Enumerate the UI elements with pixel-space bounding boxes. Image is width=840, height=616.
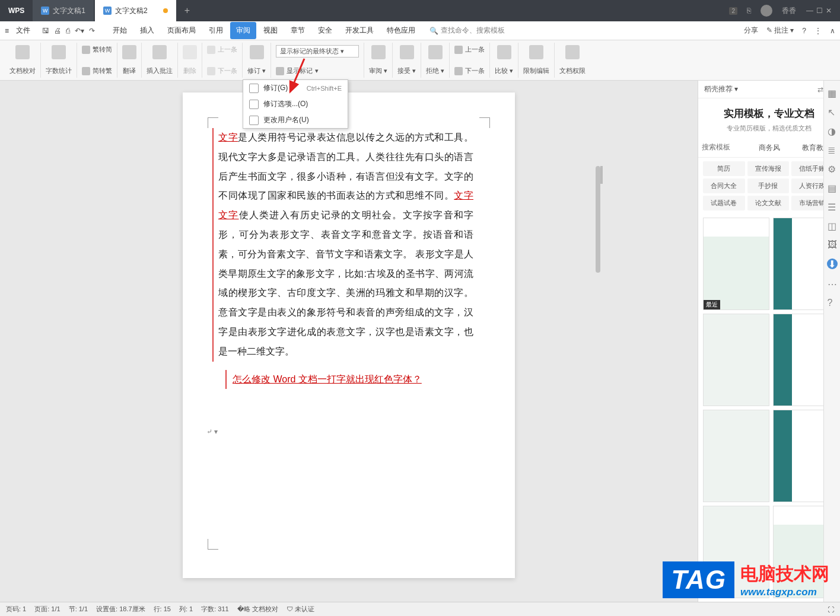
window-close[interactable]: ✕ xyxy=(825,7,833,15)
template-search-input[interactable] xyxy=(698,143,746,151)
track-changes-label[interactable]: 修订 ▾ xyxy=(247,66,266,75)
qat-undo-icon[interactable]: ↶▾ xyxy=(75,27,84,35)
template-tag[interactable]: 宣传海报 xyxy=(747,161,790,176)
template-grid: 最近 xyxy=(698,214,840,602)
window-maximize[interactable]: ☐ xyxy=(815,7,823,15)
prev-comment[interactable]: 上一条 xyxy=(207,45,237,54)
accept-icon[interactable] xyxy=(400,45,414,59)
ribbon-tab-7[interactable]: 安全 xyxy=(312,22,338,39)
side-image-icon[interactable]: 🖼 xyxy=(828,240,837,249)
status-section[interactable]: 节: 1/1 xyxy=(69,605,88,614)
reject-icon[interactable] xyxy=(428,45,443,59)
document-tab-2[interactable]: W 文字文稿2 xyxy=(95,0,176,21)
side-templates-icon[interactable]: ▦ xyxy=(828,88,837,97)
panel-resize-handle[interactable] xyxy=(600,164,603,585)
side-settings-icon[interactable]: ⚙ xyxy=(828,164,837,173)
ribbon-tab-5[interactable]: 视图 xyxy=(257,22,284,39)
side-more-icon[interactable]: ⋯ xyxy=(828,279,837,288)
status-pages[interactable]: 页面: 1/1 xyxy=(34,605,60,614)
show-markup[interactable]: 显示标记 ▾ xyxy=(276,66,319,75)
document-body[interactable]: 文字是人类用符号记录表达信息以传之久远的方式和工具。现代文字大多是记录语言的工具… xyxy=(218,128,473,389)
insert-comment-icon[interactable] xyxy=(152,45,167,59)
comments-button[interactable]: ✎ 批注 ▾ xyxy=(766,25,794,36)
file-menu[interactable]: 文件 xyxy=(11,23,35,38)
ribbon-tab-1[interactable]: 插入 xyxy=(134,22,160,39)
filter-tab-business[interactable]: 商务风 xyxy=(746,139,793,157)
status-line[interactable]: 行: 15 xyxy=(154,605,171,614)
ribbon-tab-0[interactable]: 开始 xyxy=(107,22,133,39)
spellcheck-icon[interactable] xyxy=(15,45,30,59)
delete-comment-icon[interactable] xyxy=(183,45,197,59)
view-mode-icon[interactable]: ⛶ xyxy=(828,606,834,613)
next-comment[interactable]: 下一条 xyxy=(207,66,237,75)
prev-change[interactable]: 上一条 xyxy=(454,45,485,54)
ribbon-tab-9[interactable]: 特色应用 xyxy=(381,22,421,39)
side-select-icon[interactable]: ↖ xyxy=(828,107,837,116)
side-nav-icon[interactable]: ☰ xyxy=(828,202,837,211)
document-viewport[interactable]: 文字是人类用符号记录表达信息以传之久远的方式和工具。现代文字大多是记录语言的工具… xyxy=(0,81,698,602)
next-change[interactable]: 下一条 xyxy=(454,66,485,75)
menu-item-track[interactable]: 修订(G) Ctrl+Shift+E xyxy=(243,80,348,96)
menu-icon[interactable]: ≡ xyxy=(5,27,9,35)
side-help-icon[interactable]: ? xyxy=(828,298,837,307)
qat-redo-icon[interactable]: ↷ xyxy=(89,27,95,35)
track-changes-icon[interactable] xyxy=(250,45,264,59)
ribbon-tab-8[interactable]: 开发工具 xyxy=(339,22,380,39)
template-tag[interactable]: 简历 xyxy=(703,161,745,176)
restrict-edit-icon[interactable] xyxy=(529,45,543,59)
simp-to-trad[interactable]: 简转繁 xyxy=(82,66,112,75)
ribbon-tab-4[interactable]: 审阅 xyxy=(230,22,256,39)
template-tag[interactable]: 合同大全 xyxy=(703,178,745,193)
trad-to-simp[interactable]: 繁转简 xyxy=(82,45,112,54)
template-tag[interactable]: 论文文献 xyxy=(747,196,790,210)
notification-badge[interactable]: 2 xyxy=(729,7,737,15)
markup-view-select[interactable]: 显示标记的最终状态 ▾ xyxy=(276,45,359,58)
status-words[interactable]: 字数: 311 xyxy=(201,605,228,614)
menu-item-username[interactable]: 更改用户名(U) xyxy=(243,112,348,128)
status-bar: 页码: 1 页面: 1/1 节: 1/1 设置值: 18.7厘米 行: 15 列… xyxy=(0,602,840,616)
tab-label: 文字文稿1 xyxy=(53,6,85,16)
status-col[interactable]: 列: 1 xyxy=(179,605,193,614)
ribbon-options-icon[interactable]: ∧ xyxy=(830,27,835,35)
panel-menu-icon[interactable]: ⇄ xyxy=(817,85,823,94)
ribbon-tab-2[interactable]: 页面布局 xyxy=(161,22,202,39)
template-tag[interactable]: 手抄报 xyxy=(747,178,790,193)
qat-preview-icon[interactable]: ⎙ xyxy=(66,27,70,35)
template-thumb[interactable]: 最近 xyxy=(703,218,769,310)
qat-save-icon[interactable]: 🖫 xyxy=(42,27,49,35)
menu-item-options[interactable]: 修订选项...(O) xyxy=(243,96,348,112)
search-icon: 🔍 xyxy=(429,27,438,35)
review-pane-icon[interactable] xyxy=(371,45,386,59)
pin-icon[interactable]: ⎘ xyxy=(747,7,751,15)
wordcount-icon[interactable] xyxy=(52,45,66,59)
user-avatar[interactable] xyxy=(761,5,772,17)
status-position[interactable]: 设置值: 18.7厘米 xyxy=(96,605,145,614)
ribbon-tab-6[interactable]: 章节 xyxy=(285,22,311,39)
add-tab-button[interactable]: + xyxy=(176,5,198,16)
side-download-icon[interactable]: ⬇ xyxy=(827,258,838,269)
compare-icon[interactable] xyxy=(497,45,511,59)
user-name: 香香 xyxy=(782,6,796,16)
template-thumb[interactable] xyxy=(703,410,769,502)
template-thumb[interactable] xyxy=(703,314,769,406)
template-tag[interactable]: 试题试卷 xyxy=(703,196,745,210)
translate-icon[interactable] xyxy=(122,45,136,59)
ribbon-tab-3[interactable]: 引用 xyxy=(203,22,229,39)
side-toolbar: ▦ ↖ ◑ ≣ ⚙ ▤ ☰ ◫ 🖼 ⬇ ⋯ ? xyxy=(823,81,840,602)
window-minimize[interactable]: — xyxy=(806,7,814,15)
ribbon-collapse-icon[interactable]: ⋮ xyxy=(814,27,822,35)
document-tab-1[interactable]: W 文字文稿1 xyxy=(33,0,94,21)
ribbon-tabs: 开始插入页面布局引用审阅视图章节安全开发工具特色应用 xyxy=(107,22,421,39)
search-commands[interactable]: 🔍 查找命令、搜索模板 xyxy=(429,25,505,36)
status-proof[interactable]: �略 文档校对 xyxy=(237,605,278,614)
share-button[interactable]: 分享 xyxy=(744,25,758,36)
side-style-icon[interactable]: ◑ xyxy=(828,126,837,135)
qat-print-icon[interactable]: 🖨 xyxy=(54,27,61,35)
side-layers-icon[interactable]: ▤ xyxy=(828,183,837,192)
side-outline-icon[interactable]: ≣ xyxy=(828,145,837,154)
help-icon[interactable]: ? xyxy=(802,27,806,35)
status-page[interactable]: 页码: 1 xyxy=(6,605,26,614)
side-chart-icon[interactable]: ◫ xyxy=(828,221,837,230)
permissions-icon[interactable] xyxy=(565,45,580,59)
status-auth[interactable]: 🛡 未认证 xyxy=(287,605,314,614)
